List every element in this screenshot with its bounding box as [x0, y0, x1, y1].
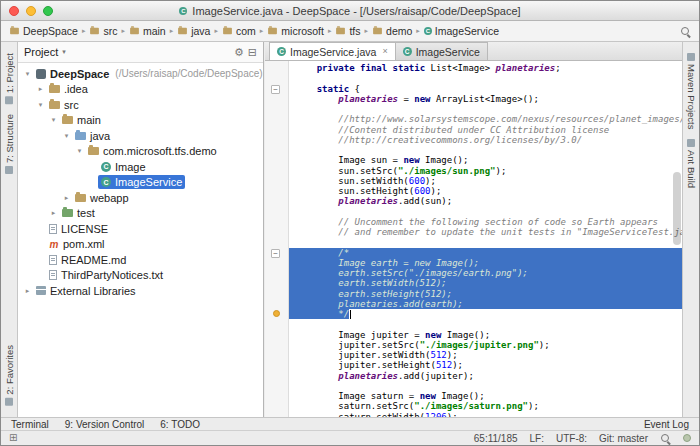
- breadcrumb-item-src[interactable]: src: [89, 25, 117, 37]
- tree-item-main[interactable]: ▾main: [18, 113, 263, 129]
- tool-button-ant-build[interactable]: Ant Build: [686, 134, 697, 193]
- code-line[interactable]: planetaries = new ArrayList<Image>();: [295, 94, 682, 104]
- tree-item-readme[interactable]: README.md: [18, 252, 263, 268]
- breadcrumb-item-demo[interactable]: demo: [372, 25, 412, 37]
- breadcrumb-item-java[interactable]: java: [177, 25, 210, 37]
- code-line[interactable]: jupiter.setWidth(512);: [295, 350, 682, 360]
- code-line[interactable]: jupiter.setSrc("./images/jupiter.png");: [295, 340, 682, 350]
- code-line[interactable]: Image sun = new Image();: [295, 155, 682, 165]
- tree-item-webapp[interactable]: ▸webapp: [18, 190, 263, 206]
- code-line[interactable]: planetaries.add(sun);: [295, 196, 682, 206]
- caret-position[interactable]: 65:11/185: [474, 433, 518, 444]
- tool-button-terminal[interactable]: Terminal: [11, 419, 49, 430]
- code-line[interactable]: //Content distributed under CC Attributi…: [295, 125, 682, 135]
- scrollbar-thumb[interactable]: [673, 172, 681, 245]
- tree-item-imageservice[interactable]: CImageService: [18, 175, 263, 191]
- tree-item-external[interactable]: ▸External Libraries: [18, 283, 263, 299]
- tool-button-6-todo[interactable]: 6: TODO: [160, 419, 200, 430]
- code-line[interactable]: [295, 237, 682, 247]
- code-line[interactable]: Image earth = new Image();: [289, 258, 682, 268]
- tool-button-event-log[interactable]: Event Log: [644, 419, 689, 430]
- code-line[interactable]: sun.setWidth(600);: [295, 176, 682, 186]
- code-line[interactable]: [295, 319, 682, 329]
- code-area[interactable]: private final static List<Image> planeta…: [289, 61, 682, 417]
- code-line[interactable]: [295, 207, 682, 217]
- code-line[interactable]: earth.setSrc("./images/earth.png");: [289, 268, 682, 278]
- breadcrumb-item-microsoft[interactable]: microsoft: [267, 25, 324, 37]
- tree-item-src[interactable]: ▾src: [18, 97, 263, 113]
- code-line[interactable]: //http://creativecommons.org/licenses/by…: [295, 135, 682, 145]
- code-line[interactable]: jupiter.setHeight(512);: [295, 360, 682, 370]
- code-line[interactable]: //http://www.solarsystemscope.com/nexus/…: [295, 114, 682, 124]
- tool-window-icon: [5, 96, 13, 104]
- tree-item-image[interactable]: CImage: [18, 159, 263, 175]
- expand-arrow-icon[interactable]: ▸: [35, 85, 46, 93]
- code-line[interactable]: static {: [295, 84, 682, 94]
- tree-item-deepspace[interactable]: ▾DeepSpace(/Users/raisap/Code/DeepSpace): [18, 66, 263, 82]
- breadcrumb-item-com[interactable]: com: [222, 25, 256, 37]
- code-line[interactable]: // Uncomment the following section of co…: [295, 217, 682, 227]
- breadcrumb-item-imageservice[interactable]: CImageService: [424, 25, 499, 37]
- code-line[interactable]: Image jupiter = new Image();: [295, 330, 682, 340]
- toolwindow-switcher-icon[interactable]: ⊞: [9, 433, 17, 443]
- code-line[interactable]: [295, 145, 682, 155]
- editor-scrollbar[interactable]: [673, 64, 681, 413]
- gear-icon[interactable]: ⚙: [234, 47, 244, 58]
- search-icon[interactable]: [660, 433, 671, 444]
- git-branch-indicator[interactable]: Git: master: [599, 433, 648, 444]
- tree-item-java[interactable]: ▾java: [18, 128, 263, 144]
- collapse-arrow-icon[interactable]: ▾: [48, 116, 59, 124]
- expand-arrow-icon[interactable]: ▸: [48, 209, 59, 217]
- inspections-indicator-icon[interactable]: [683, 434, 691, 442]
- fold-marker-icon[interactable]: −: [271, 249, 280, 258]
- expand-arrow-icon[interactable]: ▸: [22, 287, 33, 295]
- tool-button-7-structure[interactable]: 7: Structure: [4, 109, 15, 179]
- code-line[interactable]: saturn.setSrc("./images/saturn.png");: [295, 401, 682, 411]
- code-line[interactable]: // and remember to update the unit tests…: [295, 227, 682, 237]
- collapse-arrow-icon[interactable]: ▾: [22, 70, 33, 78]
- collapse-arrow-icon[interactable]: ▾: [61, 132, 72, 140]
- tool-button-1-project[interactable]: 1: Project: [4, 48, 15, 109]
- code-line[interactable]: earth.setWidth(512);: [289, 278, 682, 288]
- code-line[interactable]: [295, 104, 682, 114]
- editor-tab-imageservice[interactable]: CImageService: [395, 42, 488, 60]
- tool-button-maven-projects[interactable]: Maven Projects: [686, 48, 697, 134]
- breadcrumb-item-tfs[interactable]: tfs: [335, 25, 360, 37]
- code-line[interactable]: /*: [289, 248, 682, 258]
- tree-item-thirdparty[interactable]: ThirdPartyNotices.txt: [18, 268, 263, 284]
- collapse-arrow-icon[interactable]: ▾: [35, 101, 46, 109]
- close-tab-icon[interactable]: ×: [382, 47, 387, 56]
- tree-item-idea[interactable]: ▸.idea: [18, 82, 263, 98]
- code-line[interactable]: */: [289, 309, 682, 319]
- tree-item-license[interactable]: LICENSE: [18, 221, 263, 237]
- code-line[interactable]: private final static List<Image> planeta…: [295, 63, 682, 73]
- collapse-arrow-icon[interactable]: ▾: [74, 147, 85, 155]
- code-line[interactable]: planetaries.add(jupiter);: [295, 371, 682, 381]
- chevron-down-icon[interactable]: ▾: [62, 48, 66, 56]
- editor-tab-imageservice-java[interactable]: CImageService.java×: [269, 42, 396, 60]
- editor-gutter[interactable]: −−: [265, 61, 289, 417]
- tool-button-9-version-control[interactable]: 9: Version Control: [65, 419, 145, 430]
- fold-marker-icon[interactable]: −: [271, 85, 280, 94]
- expand-arrow-icon[interactable]: ▸: [61, 194, 72, 202]
- code-line[interactable]: Image saturn = new Image();: [295, 391, 682, 401]
- code-line[interactable]: earth.setHeight(512);: [289, 289, 682, 299]
- ide-window: C ImageService.java - DeepSpace - [/User…: [0, 0, 700, 446]
- breadcrumb-item-main[interactable]: main: [129, 25, 166, 37]
- search-icon[interactable]: [680, 26, 691, 37]
- tree-item-test[interactable]: ▸test: [18, 206, 263, 222]
- collapse-all-icon[interactable]: ⊟: [248, 47, 257, 58]
- line-ending-indicator[interactable]: LF:: [530, 433, 544, 444]
- code-line[interactable]: [295, 73, 682, 83]
- tool-button-2-favorites[interactable]: 2: Favorites: [4, 340, 15, 411]
- breadcrumb-item-deepspace[interactable]: DeepSpace: [9, 25, 78, 37]
- titlebar[interactable]: C ImageService.java - DeepSpace - [/User…: [1, 1, 699, 21]
- tree-item-pom[interactable]: mpom.xml: [18, 237, 263, 253]
- encoding-indicator[interactable]: UTF-8:: [556, 433, 587, 444]
- tree-item-package[interactable]: ▾com.microsoft.tfs.demo: [18, 144, 263, 160]
- code-line[interactable]: sun.setHeight(600);: [295, 186, 682, 196]
- code-line[interactable]: [295, 381, 682, 391]
- panel-title[interactable]: Project: [24, 46, 58, 58]
- code-line[interactable]: planetaries.add(earth);: [289, 299, 682, 309]
- code-line[interactable]: sun.setSrc("./images/sun.png");: [295, 166, 682, 176]
